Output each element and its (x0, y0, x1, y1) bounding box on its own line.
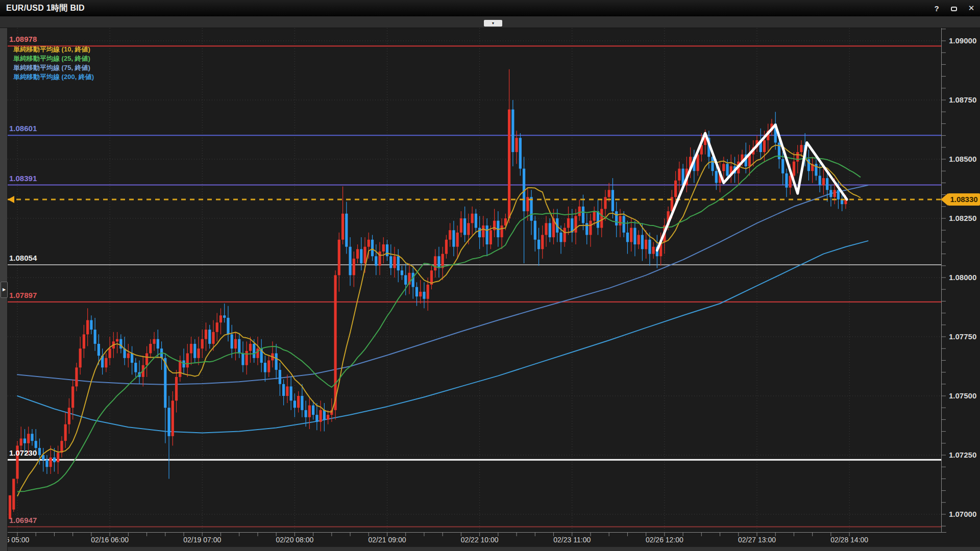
left-rail: ▶ (0, 16, 8, 551)
close-button[interactable]: ✕ (967, 4, 976, 13)
chart-window: 1.089781.086011.083911.080541.078971.072… (0, 0, 980, 551)
toolbar-strip: ▼ (0, 16, 980, 28)
window-title: EUR/USD 1時間 BID (6, 3, 85, 14)
chevron-down-icon: ▼ (492, 21, 495, 25)
price-line-label[interactable]: 1.08391 (9, 174, 37, 183)
price-line-label[interactable]: 1.07230 (9, 448, 37, 457)
maximize-icon (951, 7, 957, 11)
price-line-label[interactable]: 1.08054 (9, 254, 37, 262)
ma-legend-item[interactable]: 単純移動平均線 (10, 終値) (13, 45, 90, 54)
ma-legend-item[interactable]: 単純移動平均線 (75, 終値) (13, 63, 90, 72)
price-line-label[interactable]: 1.08601 (9, 124, 37, 133)
price-line-label[interactable]: 1.08978 (9, 35, 37, 43)
help-button[interactable]: ? (932, 4, 941, 13)
toolbar-collapse-button[interactable]: ▼ (484, 20, 502, 27)
window-bottom-edge (0, 547, 980, 551)
ma-legend-item[interactable]: 単純移動平均線 (25, 終値) (13, 54, 90, 63)
window-titlebar: EUR/USD 1時間 BID ? ✕ (0, 0, 980, 16)
ma-legend-item[interactable]: 単純移動平均線 (200, 終値) (13, 72, 94, 82)
price-line-label[interactable]: 1.07897 (9, 291, 37, 299)
chevron-right-icon: ▶ (3, 288, 6, 292)
price-line-label[interactable]: 1.06947 (9, 516, 37, 524)
candlestick-chart[interactable] (0, 0, 980, 551)
rail-expand-button[interactable]: ▶ (1, 282, 8, 298)
maximize-button[interactable] (949, 4, 959, 13)
window-buttons: ? ✕ (932, 0, 976, 16)
